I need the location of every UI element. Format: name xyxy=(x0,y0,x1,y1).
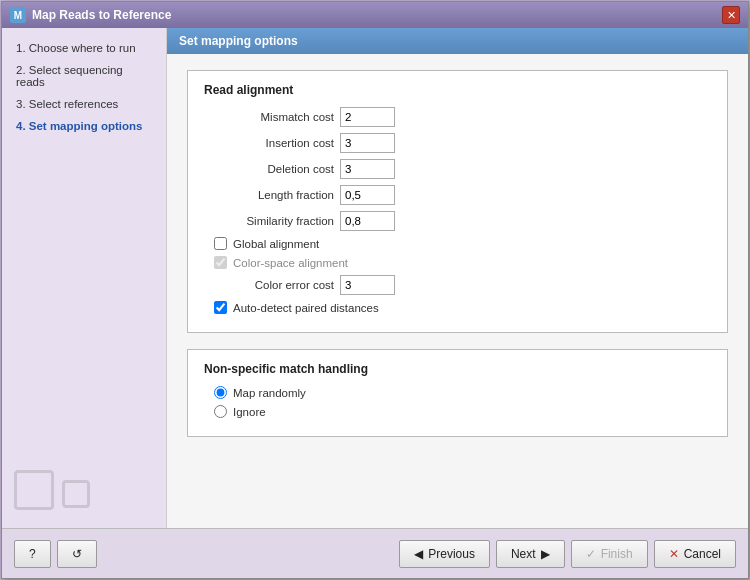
length-fraction-row: Length fraction xyxy=(204,185,711,205)
global-alignment-checkbox[interactable] xyxy=(214,237,227,250)
similarity-fraction-label: Similarity fraction xyxy=(204,215,334,227)
section-header: Set mapping options xyxy=(167,28,748,54)
similarity-fraction-row: Similarity fraction xyxy=(204,211,711,231)
cancel-label: Cancel xyxy=(684,547,721,561)
section-body: Read alignment Mismatch cost Insertion c… xyxy=(167,54,748,528)
title-bar: M Map Reads to Reference ✕ xyxy=(2,2,748,28)
read-alignment-group: Read alignment Mismatch cost Insertion c… xyxy=(187,70,728,333)
map-randomly-label: Map randomly xyxy=(233,387,306,399)
color-space-alignment-row: Color-space alignment xyxy=(214,256,711,269)
read-alignment-title: Read alignment xyxy=(204,83,711,97)
map-randomly-radio[interactable] xyxy=(214,386,227,399)
color-error-cost-label: Color error cost xyxy=(204,279,334,291)
sidebar-item-choose-where[interactable]: 1. Choose where to run xyxy=(10,38,158,58)
bottom-left-buttons: ? ↺ xyxy=(14,540,97,568)
mismatch-cost-label: Mismatch cost xyxy=(204,111,334,123)
sidebar-icon-large xyxy=(14,470,54,510)
reset-button[interactable]: ↺ xyxy=(57,540,97,568)
close-button[interactable]: ✕ xyxy=(722,6,740,24)
color-space-alignment-checkbox xyxy=(214,256,227,269)
previous-button[interactable]: ◀ Previous xyxy=(399,540,490,568)
bottom-bar: ? ↺ ◀ Previous Next ▶ ✓ Finish ✕ Cancel xyxy=(2,528,748,578)
cancel-x-icon: ✕ xyxy=(669,547,679,561)
sidebar-item-set-mapping[interactable]: 4. Set mapping options xyxy=(10,116,158,136)
color-error-cost-input[interactable] xyxy=(340,275,395,295)
cancel-button[interactable]: ✕ Cancel xyxy=(654,540,736,568)
next-arrow-icon: ▶ xyxy=(541,547,550,561)
map-randomly-row: Map randomly xyxy=(214,386,711,399)
next-label: Next xyxy=(511,547,536,561)
finish-label: Finish xyxy=(601,547,633,561)
ignore-radio[interactable] xyxy=(214,405,227,418)
ignore-row: Ignore xyxy=(214,405,711,418)
length-fraction-label: Length fraction xyxy=(204,189,334,201)
finish-button[interactable]: ✓ Finish xyxy=(571,540,648,568)
mismatch-cost-input[interactable] xyxy=(340,107,395,127)
deletion-cost-row: Deletion cost xyxy=(204,159,711,179)
non-specific-title: Non-specific match handling xyxy=(204,362,711,376)
bottom-right-buttons: ◀ Previous Next ▶ ✓ Finish ✕ Cancel xyxy=(399,540,736,568)
mismatch-cost-row: Mismatch cost xyxy=(204,107,711,127)
content-area: 1. Choose where to run 2. Select sequenc… xyxy=(2,28,748,528)
main-window: M Map Reads to Reference ✕ 1. Choose whe… xyxy=(1,1,749,579)
sidebar: 1. Choose where to run 2. Select sequenc… xyxy=(2,28,167,528)
title-bar-left: M Map Reads to Reference xyxy=(10,7,171,23)
insertion-cost-label: Insertion cost xyxy=(204,137,334,149)
similarity-fraction-input[interactable] xyxy=(340,211,395,231)
global-alignment-row: Global alignment xyxy=(214,237,711,250)
main-content: Set mapping options Read alignment Misma… xyxy=(167,28,748,528)
previous-label: Previous xyxy=(428,547,475,561)
sidebar-icon-small xyxy=(62,480,90,508)
auto-detect-checkbox[interactable] xyxy=(214,301,227,314)
global-alignment-label: Global alignment xyxy=(233,238,319,250)
help-icon: ? xyxy=(29,547,36,561)
finish-check-icon: ✓ xyxy=(586,547,596,561)
auto-detect-label: Auto-detect paired distances xyxy=(233,302,379,314)
previous-arrow-icon: ◀ xyxy=(414,547,423,561)
sidebar-icons xyxy=(10,462,158,518)
color-space-alignment-label: Color-space alignment xyxy=(233,257,348,269)
non-specific-radio-group: Map randomly Ignore xyxy=(214,386,711,418)
window-icon: M xyxy=(10,7,26,23)
deletion-cost-input[interactable] xyxy=(340,159,395,179)
reset-icon: ↺ xyxy=(72,547,82,561)
help-button[interactable]: ? xyxy=(14,540,51,568)
window-title: Map Reads to Reference xyxy=(32,8,171,22)
insertion-cost-row: Insertion cost xyxy=(204,133,711,153)
deletion-cost-label: Deletion cost xyxy=(204,163,334,175)
sidebar-item-select-reads[interactable]: 2. Select sequencing reads xyxy=(10,60,158,92)
sidebar-item-select-refs[interactable]: 3. Select references xyxy=(10,94,158,114)
length-fraction-input[interactable] xyxy=(340,185,395,205)
ignore-label: Ignore xyxy=(233,406,266,418)
next-button[interactable]: Next ▶ xyxy=(496,540,565,568)
color-error-cost-row: Color error cost xyxy=(204,275,711,295)
auto-detect-row: Auto-detect paired distances xyxy=(214,301,711,314)
non-specific-group: Non-specific match handling Map randomly… xyxy=(187,349,728,437)
insertion-cost-input[interactable] xyxy=(340,133,395,153)
